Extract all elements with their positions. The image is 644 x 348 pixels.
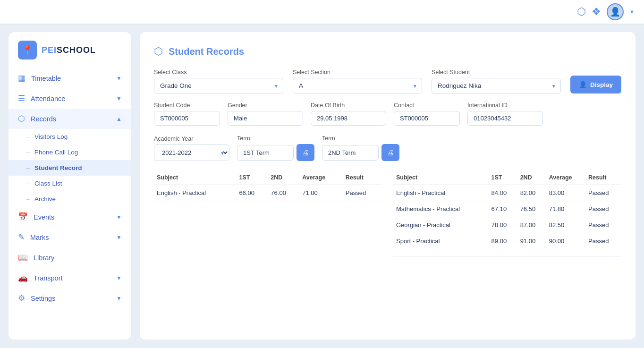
logo-icon-box: 📍 xyxy=(18,41,37,59)
contact-group: Contact ST000005 xyxy=(394,102,460,126)
col-subject-2: Subject xyxy=(393,170,489,185)
sidebar-item-phone-call-log[interactable]: → Phone Call Log xyxy=(8,144,131,160)
main-content: ⬡ Student Records Select Class Grade One… xyxy=(140,32,636,340)
term1-group: Term 🖨 xyxy=(237,135,314,161)
events-icon: 📅 xyxy=(18,212,28,222)
table-section-2: Subject 1ST 2ND Average Result English -… xyxy=(393,170,621,256)
tables-row: Subject 1ST 2ND Average Result English -… xyxy=(154,170,621,256)
select-student-input[interactable]: Rodriguez Nika xyxy=(432,78,561,93)
intl-id-label: International ID xyxy=(467,102,543,109)
col-2nd-1: 2ND xyxy=(268,170,299,185)
cell-subject: English - Practical xyxy=(393,185,489,201)
academic-year-group: Academic Year 2021-2022 xyxy=(154,136,229,161)
attendance-icon: ☰ xyxy=(18,93,25,103)
cell-result: Passed xyxy=(585,201,621,217)
user-avatar[interactable]: 👤 xyxy=(607,3,624,20)
cell-2nd: 87.00 xyxy=(517,217,546,233)
student-code-value: ST000005 xyxy=(154,111,220,126)
col-subject-1: Subject xyxy=(154,170,236,185)
grades-table-1: Subject 1ST 2ND Average Result English -… xyxy=(154,170,382,201)
sidebar-item-attendance[interactable]: ☰ Attendance ▼ xyxy=(8,88,131,109)
academic-year-wrapper: 2021-2022 xyxy=(154,144,229,161)
printer-icon-2: 🖨 xyxy=(387,149,394,156)
sub-label-archive: Archive xyxy=(34,195,56,203)
cell-subject: Mathematics - Practical xyxy=(393,201,489,217)
layers-icon2[interactable]: ❖ xyxy=(592,6,601,18)
intl-id-value: 01023045432 xyxy=(467,111,543,126)
table-section-1: Subject 1ST 2ND Average Result English -… xyxy=(154,170,382,256)
chevron-transport: ▼ xyxy=(116,275,122,281)
cell-avg: 82.50 xyxy=(546,217,585,233)
student-code-label: Student Code xyxy=(154,102,220,109)
gender-label: Gender xyxy=(228,102,303,109)
sidebar-item-visitors-log[interactable]: → Visitors Log xyxy=(8,129,131,144)
sidebar-item-events[interactable]: 📅 Events ▼ xyxy=(8,207,131,227)
records-icon: ⬡ xyxy=(18,114,25,124)
page-header-icon: ⬡ xyxy=(154,45,163,58)
cell-avg: 90.00 xyxy=(546,233,585,249)
cell-1st: 66.00 xyxy=(236,185,268,201)
sidebar: 📍 PEISCHOOL ▦ Timetable ▼ ☰ Attendance xyxy=(8,32,131,340)
print-button-1[interactable]: 🖨 xyxy=(297,144,314,161)
sidebar-label-library: Library xyxy=(34,254,54,262)
select-class-label: Select Class xyxy=(154,69,283,76)
dob-group: Date Of Birth 29.05.1998 xyxy=(311,102,386,126)
sidebar-item-settings[interactable]: ⚙ Settings ▼ xyxy=(8,288,131,308)
print-button-2[interactable]: 🖨 xyxy=(381,144,399,161)
cell-1st: 78.00 xyxy=(489,217,517,233)
transport-icon: 🚗 xyxy=(18,273,28,283)
col-1st-1: 1ST xyxy=(236,170,268,185)
cell-result: Passed xyxy=(585,185,621,201)
select-section-input[interactable]: A xyxy=(293,78,422,93)
chevron-records: ▲ xyxy=(116,116,122,122)
sidebar-item-student-record[interactable]: → Student Record xyxy=(8,160,131,176)
intl-id-group: International ID 01023045432 xyxy=(467,102,543,126)
select-section-group: Select Section A xyxy=(293,69,422,93)
sidebar-item-marks[interactable]: ✎ Marks ▼ xyxy=(8,227,131,247)
cell-2nd: 82.00 xyxy=(517,185,546,201)
sidebar-item-class-list[interactable]: → Class List xyxy=(8,176,131,191)
info-row: Student Code ST000005 Gender Male Date O… xyxy=(154,102,621,126)
gender-value: Male xyxy=(228,111,303,126)
sidebar-item-archive[interactable]: → Archive xyxy=(8,191,131,207)
dob-value: 29.05.1998 xyxy=(311,111,386,126)
cell-1st: 67.10 xyxy=(489,201,517,217)
chevron-marks: ▼ xyxy=(116,234,122,241)
layers-icon[interactable]: ⬡ xyxy=(577,6,586,18)
arrow-visitors-log: → xyxy=(25,134,31,140)
term1-input[interactable] xyxy=(237,145,294,161)
academic-year-label: Academic Year xyxy=(154,136,229,142)
cell-2nd: 76.00 xyxy=(268,185,299,201)
select-class-input[interactable]: Grade One xyxy=(154,78,283,93)
select-student-label: Select Student xyxy=(432,69,561,76)
avatar-chevron[interactable]: ▼ xyxy=(629,9,635,15)
sidebar-label-events: Events xyxy=(34,213,54,221)
logo-text: PEISCHOOL xyxy=(42,45,96,55)
sub-label-class-list: Class List xyxy=(34,180,62,187)
chevron-timetable: ▼ xyxy=(116,75,122,82)
cell-result: Passed xyxy=(343,185,382,201)
select-row: Select Class Grade One Select Section A … xyxy=(154,69,621,93)
academic-year-input[interactable]: 2021-2022 xyxy=(154,144,229,161)
timetable-icon: ▦ xyxy=(18,73,25,83)
sidebar-item-transport[interactable]: 🚗 Transport ▼ xyxy=(8,268,131,288)
contact-label: Contact xyxy=(394,102,460,109)
sidebar-label-settings: Settings xyxy=(31,295,55,302)
sidebar-label-transport: Transport xyxy=(34,274,63,282)
library-icon: 📖 xyxy=(18,253,28,263)
cell-2nd: 76.50 xyxy=(517,201,546,217)
logo-icon: 📍 xyxy=(22,45,33,55)
sidebar-item-records[interactable]: ⬡ Records ▲ xyxy=(8,109,131,129)
cell-avg: 71.80 xyxy=(546,201,585,217)
select-student-group: Select Student Rodriguez Nika xyxy=(432,69,561,93)
sidebar-item-timetable[interactable]: ▦ Timetable ▼ xyxy=(8,68,131,88)
select-section-label: Select Section xyxy=(293,69,422,76)
contact-value: ST000005 xyxy=(394,111,460,126)
display-button[interactable]: 👤 Display xyxy=(570,76,621,93)
gender-group: Gender Male xyxy=(228,102,303,126)
term2-input[interactable] xyxy=(322,145,379,161)
table-row: English - Practical 84.00 82.00 83.00 Pa… xyxy=(393,185,621,201)
sidebar-item-library[interactable]: 📖 Library xyxy=(8,247,131,268)
grades-table-2: Subject 1ST 2ND Average Result English -… xyxy=(393,170,621,249)
arrow-phone-call-log: → xyxy=(25,150,31,155)
